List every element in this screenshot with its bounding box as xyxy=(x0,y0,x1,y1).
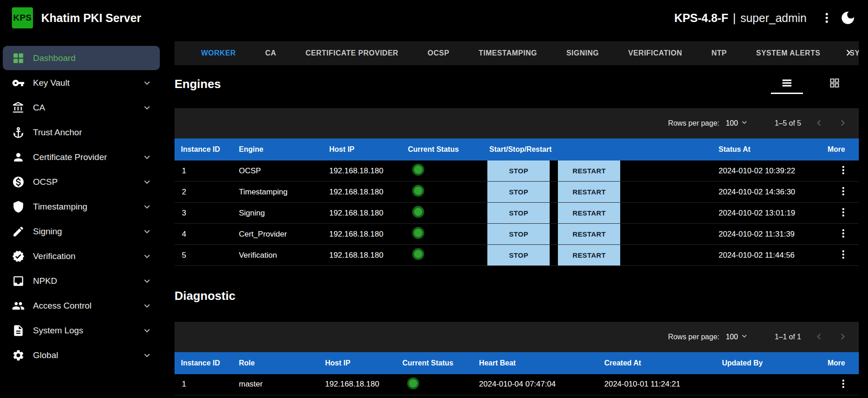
inbox-icon xyxy=(12,275,25,287)
restart-button[interactable]: RESTART xyxy=(558,182,620,202)
prev-page-button[interactable] xyxy=(813,117,825,130)
diagnostic-row: 1master192.168.18.1802024-010-04 07:47:0… xyxy=(175,374,859,395)
next-page-button[interactable] xyxy=(837,117,849,130)
sidebar-item-npkd[interactable]: NPKD xyxy=(3,269,160,293)
engines-section-head: Engines xyxy=(175,73,859,94)
verified-icon xyxy=(12,250,25,263)
row-more-button[interactable] xyxy=(838,228,849,240)
row-more-button[interactable] xyxy=(838,249,849,261)
stop-button[interactable]: STOP xyxy=(487,203,550,223)
tab-worker[interactable]: WORKER xyxy=(201,49,236,57)
stop-button[interactable]: STOP xyxy=(487,245,550,265)
restart-button[interactable]: RESTART xyxy=(558,203,620,223)
list-view-button[interactable] xyxy=(771,74,803,94)
engine-row: 3Signing192.168.18.180STOPRESTART2024-01… xyxy=(175,203,859,224)
action-buttons: STOPRESTART xyxy=(487,182,713,202)
cell-more xyxy=(811,245,859,266)
next-page-button[interactable] xyxy=(837,331,849,344)
kebab-icon xyxy=(838,165,849,176)
chevron-right-icon xyxy=(837,331,849,344)
cell-instance-id: 2 xyxy=(175,182,233,203)
kebab-icon xyxy=(838,207,849,218)
cell-current-status xyxy=(402,245,484,266)
dark-mode-toggle[interactable] xyxy=(840,10,856,26)
sidebar-item-timestamping[interactable]: Timestamping xyxy=(3,194,160,219)
cell-host-ip: 192.168.18.180 xyxy=(324,245,403,266)
tab-bar: WORKERCACERTIFICATE PROVIDEROCSPTIMESTAM… xyxy=(175,41,859,65)
chevron-down-icon xyxy=(142,325,153,336)
chevron-down-icon xyxy=(740,332,749,343)
kebab-icon xyxy=(838,186,849,197)
engine-row: 4Cert_Provider192.168.18.180STOPRESTART2… xyxy=(175,224,859,245)
tab-certificate-provider[interactable]: CERTIFICATE PROVIDER xyxy=(306,49,399,57)
row-more-button[interactable] xyxy=(838,207,849,219)
row-more-button[interactable] xyxy=(838,378,849,391)
key-icon xyxy=(12,77,25,89)
cell-current-status xyxy=(402,203,484,224)
restart-button[interactable]: RESTART xyxy=(558,245,620,265)
tab-ca[interactable]: CA xyxy=(265,49,276,57)
engines-heading: Engines xyxy=(175,77,221,91)
tab-ntp[interactable]: NTP xyxy=(711,49,727,57)
chevron-down-icon xyxy=(740,118,749,129)
cell-current-status xyxy=(402,160,484,182)
header-row: Instance IDRoleHost IPCurrent StatusHear… xyxy=(175,352,859,374)
diagnostic-pagination: Rows per page: 100 1–1 of 1 xyxy=(175,322,859,352)
tab-system-alerts[interactable]: SYSTEM ALERTS xyxy=(756,49,820,57)
sidebar-item-key-vault[interactable]: Key Vault xyxy=(3,71,160,95)
sidebar-item-system-logs[interactable]: System Logs xyxy=(3,318,160,343)
username: super_admin xyxy=(740,11,807,25)
sidebar-item-verification[interactable]: Verification xyxy=(3,244,160,268)
tab-timestamping[interactable]: TIMESTAMPING xyxy=(479,49,537,57)
column-header-host-ip: Host IP xyxy=(320,352,397,374)
restart-button[interactable]: RESTART xyxy=(558,160,620,181)
stop-button[interactable]: STOP xyxy=(487,160,550,181)
sidebar-item-label: Access Control xyxy=(33,301,92,311)
rows-per-page-value: 100 xyxy=(726,333,738,341)
cell-engine: Timestamping xyxy=(233,182,323,203)
row-more-button[interactable] xyxy=(838,186,849,198)
tab-signing[interactable]: SIGNING xyxy=(566,49,599,57)
sidebar-item-trust-anchor[interactable]: Trust Anchor xyxy=(3,120,160,144)
cell-actions: STOPRESTART xyxy=(484,203,713,224)
sidebar-item-dashboard[interactable]: Dashboard xyxy=(3,46,160,70)
kebab-icon xyxy=(838,378,849,389)
cell-current-status xyxy=(402,224,484,245)
rows-per-page-select[interactable]: 100 xyxy=(726,332,749,343)
header-row: Instance IDEngineHost IPCurrent StatusSt… xyxy=(175,138,859,160)
sidebar-item-ca[interactable]: CA xyxy=(3,95,160,120)
engines-pagination: Rows per page: 100 1–5 of 5 xyxy=(175,108,859,138)
cell-more xyxy=(811,182,859,203)
sidebar-item-label: Certificate Provider xyxy=(33,152,107,162)
chevron-down-icon xyxy=(142,300,153,311)
column-header-start-stop-restart: Start/Stop/Restart xyxy=(484,138,713,160)
stop-button[interactable]: STOP xyxy=(487,224,550,244)
stop-button[interactable]: STOP xyxy=(487,182,550,202)
grid-view-button[interactable] xyxy=(819,74,851,94)
sidebar-item-certificate-provider[interactable]: Certificate Provider xyxy=(3,145,160,169)
tab-verification[interactable]: VERIFICATION xyxy=(628,49,682,57)
sidebar-item-global[interactable]: Global xyxy=(3,343,160,367)
version-user-separator: | xyxy=(733,11,736,25)
sidebar-item-ocsp[interactable]: OCSP xyxy=(3,170,160,194)
diagnostic-panel: Rows per page: 100 1–1 of 1 xyxy=(175,322,859,395)
server-version: KPS-4.8-F xyxy=(674,11,728,25)
sidebar-item-access-control[interactable]: Access Control xyxy=(3,293,160,318)
chevron-down-icon xyxy=(142,251,153,262)
column-header-more: More xyxy=(812,352,859,374)
chevron-right-icon xyxy=(842,47,854,60)
cell-instance-id: 5 xyxy=(175,245,233,266)
tab-ocsp[interactable]: OCSP xyxy=(428,49,449,57)
restart-button[interactable]: RESTART xyxy=(558,224,620,244)
more-menu-button[interactable] xyxy=(820,11,833,24)
app-title: Khatim PKI Server xyxy=(41,11,141,25)
sidebar-item-signing[interactable]: Signing xyxy=(3,219,160,243)
page-range: 1–5 of 5 xyxy=(775,119,801,127)
cell-updated-by xyxy=(716,374,812,395)
kebab-icon xyxy=(838,228,849,239)
tabs-scroll-right-button[interactable] xyxy=(840,41,857,65)
status-green-dot xyxy=(412,206,424,218)
prev-page-button[interactable] xyxy=(813,331,825,344)
row-more-button[interactable] xyxy=(838,165,849,177)
rows-per-page-select[interactable]: 100 xyxy=(726,118,749,129)
